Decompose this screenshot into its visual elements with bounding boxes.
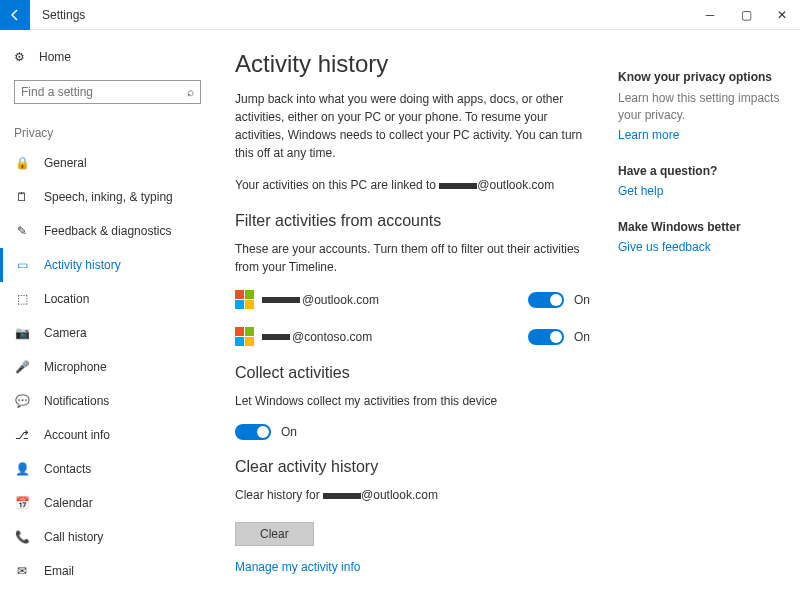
redacted-text: [262, 297, 300, 303]
calendar-icon: 📅: [14, 495, 30, 511]
account-email: @outlook.com: [262, 293, 520, 307]
minimize-button[interactable]: ─: [692, 0, 728, 30]
sidebar-item-call-history[interactable]: 📞Call history: [0, 520, 215, 554]
sidebar-item-feedback[interactable]: ✎Feedback & diagnostics: [0, 214, 215, 248]
call-icon: 📞: [14, 529, 30, 545]
intro-text: Jump back into what you were doing with …: [235, 90, 590, 162]
sidebar-item-speech[interactable]: 🗒Speech, inking, & typing: [0, 180, 215, 214]
lock-icon: 🔒: [14, 155, 30, 171]
toggle-group: On: [528, 292, 590, 308]
privacy-text: Learn how this setting impacts your priv…: [618, 90, 782, 124]
microsoft-logo-icon: [235, 327, 254, 346]
titlebar: Settings ─ ▢ ✕: [0, 0, 800, 30]
sidebar-item-label: Account info: [44, 428, 110, 442]
section-label: Privacy: [0, 118, 215, 146]
account-row: @outlook.com On: [235, 290, 590, 309]
sidebar-item-label: Call history: [44, 530, 103, 544]
manage-activity-link[interactable]: Manage my activity info: [235, 560, 590, 574]
sidebar-item-label: General: [44, 156, 87, 170]
toggle-group: On: [528, 329, 590, 345]
sidebar: ⚙ Home ⌕ Privacy 🔒General 🗒Speech, inkin…: [0, 30, 215, 596]
home-label: Home: [39, 50, 71, 64]
redacted-text: [262, 334, 290, 340]
linked-account-text: Your activities on this PC are linked to…: [235, 176, 590, 194]
sidebar-item-label: Feedback & diagnostics: [44, 224, 171, 238]
sidebar-item-notifications[interactable]: 💬Notifications: [0, 384, 215, 418]
sidebar-item-tasks[interactable]: ☑Tasks: [0, 588, 215, 596]
sidebar-item-activity-history[interactable]: ▭Activity history: [0, 248, 215, 282]
collect-heading: Collect activities: [235, 364, 590, 382]
sidebar-item-camera[interactable]: 📷Camera: [0, 316, 215, 350]
contacts-icon: 👤: [14, 461, 30, 477]
sidebar-item-label: Camera: [44, 326, 87, 340]
camera-icon: 📷: [14, 325, 30, 341]
get-help-link[interactable]: Get help: [618, 184, 782, 198]
privacy-heading: Know your privacy options: [618, 70, 782, 84]
filter-desc: These are your accounts. Turn them off t…: [235, 240, 590, 276]
window-controls: ─ ▢ ✕: [692, 0, 800, 30]
sidebar-item-label: Calendar: [44, 496, 93, 510]
microsoft-logo-icon: [235, 290, 254, 309]
sidebar-item-contacts[interactable]: 👤Contacts: [0, 452, 215, 486]
page-title: Activity history: [235, 50, 590, 78]
search-icon: ⌕: [187, 85, 194, 99]
account-row: @contoso.com On: [235, 327, 590, 346]
clear-heading: Clear activity history: [235, 458, 590, 476]
feedback-link[interactable]: Give us feedback: [618, 240, 782, 254]
sidebar-item-label: Activity history: [44, 258, 121, 272]
sidebar-item-label: Location: [44, 292, 89, 306]
sidebar-item-calendar[interactable]: 📅Calendar: [0, 486, 215, 520]
right-column: Know your privacy options Learn how this…: [610, 30, 800, 596]
main-panel: Activity history Jump back into what you…: [215, 30, 610, 596]
gear-icon: ⚙: [14, 50, 25, 64]
search-input[interactable]: [21, 85, 187, 99]
collect-desc: Let Windows collect my activities from t…: [235, 392, 590, 410]
maximize-button[interactable]: ▢: [728, 0, 764, 30]
sidebar-item-label: Speech, inking, & typing: [44, 190, 173, 204]
toggle-state: On: [574, 293, 590, 307]
filter-heading: Filter activities from accounts: [235, 212, 590, 230]
sidebar-item-label: Email: [44, 564, 74, 578]
clear-text: Clear history for @outlook.com: [235, 486, 590, 504]
notifications-icon: 💬: [14, 393, 30, 409]
sidebar-item-label: Microphone: [44, 360, 107, 374]
account-toggle[interactable]: [528, 292, 564, 308]
window-title: Settings: [30, 8, 85, 22]
collect-toggle[interactable]: [235, 424, 271, 440]
location-icon: ⬚: [14, 291, 30, 307]
account-icon: ⎇: [14, 427, 30, 443]
sidebar-item-label: Contacts: [44, 462, 91, 476]
toggle-state: On: [574, 330, 590, 344]
feedback-icon: ✎: [14, 223, 30, 239]
sidebar-item-microphone[interactable]: 🎤Microphone: [0, 350, 215, 384]
close-button[interactable]: ✕: [764, 0, 800, 30]
search-box[interactable]: ⌕: [14, 80, 201, 104]
tablet-icon: ▭: [14, 257, 30, 273]
account-email: @contoso.com: [262, 330, 520, 344]
account-toggle[interactable]: [528, 329, 564, 345]
home-link[interactable]: ⚙ Home: [0, 42, 215, 72]
sidebar-item-email[interactable]: ✉Email: [0, 554, 215, 588]
redacted-text: [323, 493, 361, 499]
better-heading: Make Windows better: [618, 220, 782, 234]
toggle-state: On: [281, 425, 297, 439]
sidebar-item-general[interactable]: 🔒General: [0, 146, 215, 180]
sidebar-item-label: Notifications: [44, 394, 109, 408]
clear-button[interactable]: Clear: [235, 522, 314, 546]
redacted-text: [439, 183, 477, 189]
email-icon: ✉: [14, 563, 30, 579]
microphone-icon: 🎤: [14, 359, 30, 375]
question-heading: Have a question?: [618, 164, 782, 178]
sidebar-item-account-info[interactable]: ⎇Account info: [0, 418, 215, 452]
back-button[interactable]: [0, 0, 30, 30]
collect-toggle-row: On: [235, 424, 590, 440]
sidebar-item-location[interactable]: ⬚Location: [0, 282, 215, 316]
speech-icon: 🗒: [14, 189, 30, 205]
learn-more-link[interactable]: Learn more: [618, 128, 782, 142]
